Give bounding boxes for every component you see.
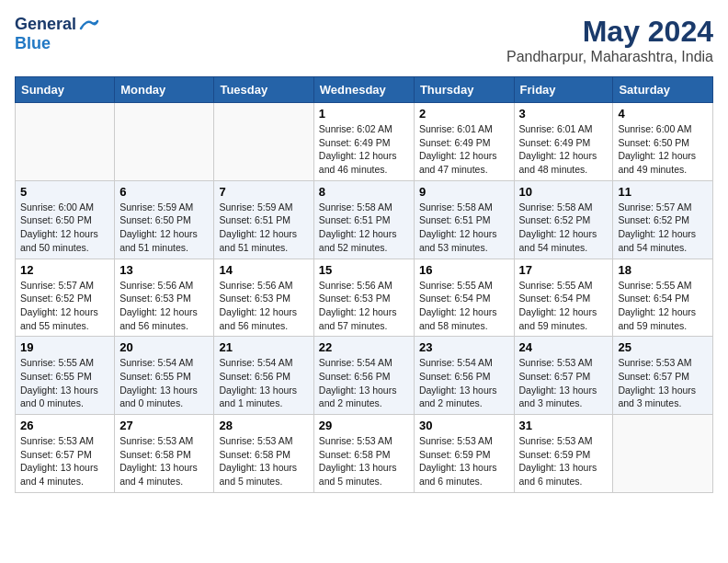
calendar-week-row: 1Sunrise: 6:02 AM Sunset: 6:49 PM Daylig…: [16, 103, 713, 181]
day-info: Sunrise: 5:57 AM Sunset: 6:52 PM Dayligh…: [20, 279, 109, 333]
day-number: 3: [519, 107, 609, 121]
day-number: 18: [618, 263, 708, 277]
calendar-cell: 29Sunrise: 5:53 AM Sunset: 6:58 PM Dayli…: [313, 415, 414, 493]
calendar-table: SundayMondayTuesdayWednesdayThursdayFrid…: [15, 76, 713, 493]
calendar-cell: [115, 103, 214, 181]
calendar-cell: 11Sunrise: 5:57 AM Sunset: 6:52 PM Dayli…: [613, 180, 713, 259]
day-info: Sunrise: 5:58 AM Sunset: 6:51 PM Dayligh…: [419, 201, 509, 255]
weekday-header-monday: Monday: [115, 77, 214, 103]
day-number: 27: [119, 419, 209, 432]
calendar-cell: 4Sunrise: 6:00 AM Sunset: 6:50 PM Daylig…: [613, 103, 713, 181]
day-info: Sunrise: 6:00 AM Sunset: 6:50 PM Dayligh…: [20, 201, 109, 255]
day-info: Sunrise: 5:53 AM Sunset: 6:58 PM Dayligh…: [219, 434, 308, 488]
weekday-header-row: SundayMondayTuesdayWednesdayThursdayFrid…: [16, 77, 713, 103]
day-number: 17: [519, 263, 609, 277]
day-info: Sunrise: 5:56 AM Sunset: 6:53 PM Dayligh…: [219, 279, 308, 333]
day-number: 20: [119, 340, 209, 354]
page-header: General Blue May 2024 Pandharpur, Mahara…: [15, 15, 713, 65]
day-number: 11: [618, 185, 708, 199]
calendar-cell: 16Sunrise: 5:55 AM Sunset: 6:54 PM Dayli…: [414, 259, 514, 337]
day-number: 2: [419, 107, 509, 121]
day-info: Sunrise: 5:54 AM Sunset: 6:55 PM Dayligh…: [119, 356, 209, 410]
calendar-cell: 19Sunrise: 5:55 AM Sunset: 6:55 PM Dayli…: [16, 337, 115, 415]
day-number: 13: [119, 263, 209, 277]
calendar-cell: 13Sunrise: 5:56 AM Sunset: 6:53 PM Dayli…: [115, 259, 214, 337]
day-info: Sunrise: 5:54 AM Sunset: 6:56 PM Dayligh…: [319, 356, 409, 410]
day-number: 4: [618, 107, 708, 121]
day-info: Sunrise: 5:53 AM Sunset: 6:58 PM Dayligh…: [119, 434, 209, 488]
logo-bird-icon: [79, 17, 99, 32]
weekday-header-thursday: Thursday: [414, 77, 514, 103]
day-info: Sunrise: 5:53 AM Sunset: 6:59 PM Dayligh…: [419, 434, 509, 488]
day-number: 24: [519, 340, 609, 354]
day-info: Sunrise: 5:53 AM Sunset: 6:58 PM Dayligh…: [319, 434, 409, 488]
weekday-header-friday: Friday: [514, 77, 613, 103]
day-number: 9: [419, 185, 509, 199]
calendar-cell: 27Sunrise: 5:53 AM Sunset: 6:58 PM Dayli…: [115, 415, 214, 493]
logo-blue-text: Blue: [15, 34, 51, 52]
day-info: Sunrise: 6:01 AM Sunset: 6:49 PM Dayligh…: [519, 122, 609, 177]
calendar-cell: [613, 415, 713, 493]
calendar-cell: 18Sunrise: 5:55 AM Sunset: 6:54 PM Dayli…: [613, 259, 713, 337]
day-info: Sunrise: 5:56 AM Sunset: 6:53 PM Dayligh…: [119, 279, 209, 333]
day-info: Sunrise: 5:59 AM Sunset: 6:51 PM Dayligh…: [219, 201, 308, 255]
day-info: Sunrise: 5:55 AM Sunset: 6:54 PM Dayligh…: [618, 279, 708, 333]
day-info: Sunrise: 5:55 AM Sunset: 6:55 PM Dayligh…: [20, 356, 109, 410]
day-number: 26: [20, 419, 109, 432]
day-info: Sunrise: 5:57 AM Sunset: 6:52 PM Dayligh…: [618, 201, 708, 255]
calendar-cell: 7Sunrise: 5:59 AM Sunset: 6:51 PM Daylig…: [214, 180, 313, 259]
calendar-cell: 22Sunrise: 5:54 AM Sunset: 6:56 PM Dayli…: [313, 337, 414, 415]
day-number: 8: [319, 185, 409, 199]
day-info: Sunrise: 5:55 AM Sunset: 6:54 PM Dayligh…: [419, 279, 509, 333]
calendar-cell: [16, 103, 115, 181]
day-info: Sunrise: 5:53 AM Sunset: 6:57 PM Dayligh…: [20, 434, 109, 488]
day-number: 16: [419, 263, 509, 277]
calendar-week-row: 5Sunrise: 6:00 AM Sunset: 6:50 PM Daylig…: [16, 180, 713, 259]
calendar-cell: 28Sunrise: 5:53 AM Sunset: 6:58 PM Dayli…: [214, 415, 313, 493]
calendar-cell: 24Sunrise: 5:53 AM Sunset: 6:57 PM Dayli…: [514, 337, 613, 415]
day-info: Sunrise: 5:53 AM Sunset: 6:59 PM Dayligh…: [519, 434, 609, 488]
day-number: 23: [419, 340, 509, 354]
day-info: Sunrise: 5:54 AM Sunset: 6:56 PM Dayligh…: [219, 356, 308, 410]
day-number: 5: [20, 185, 109, 199]
calendar-cell: 23Sunrise: 5:54 AM Sunset: 6:56 PM Dayli…: [414, 337, 514, 415]
weekday-header-sunday: Sunday: [16, 77, 115, 103]
day-info: Sunrise: 5:56 AM Sunset: 6:53 PM Dayligh…: [319, 279, 409, 333]
calendar-cell: 3Sunrise: 6:01 AM Sunset: 6:49 PM Daylig…: [514, 103, 613, 181]
day-number: 25: [618, 340, 708, 354]
day-number: 31: [519, 419, 609, 432]
calendar-cell: 30Sunrise: 5:53 AM Sunset: 6:59 PM Dayli…: [414, 415, 514, 493]
calendar-week-row: 26Sunrise: 5:53 AM Sunset: 6:57 PM Dayli…: [16, 415, 713, 493]
day-info: Sunrise: 6:02 AM Sunset: 6:49 PM Dayligh…: [319, 122, 409, 177]
title-block: May 2024 Pandharpur, Maharashtra, India: [506, 15, 713, 65]
day-number: 22: [319, 340, 409, 354]
day-number: 30: [419, 419, 509, 432]
calendar-cell: 5Sunrise: 6:00 AM Sunset: 6:50 PM Daylig…: [16, 180, 115, 259]
weekday-header-saturday: Saturday: [613, 77, 713, 103]
calendar-subtitle: Pandharpur, Maharashtra, India: [506, 49, 713, 65]
day-number: 19: [20, 340, 109, 354]
calendar-cell: 14Sunrise: 5:56 AM Sunset: 6:53 PM Dayli…: [214, 259, 313, 337]
logo-general-text: General: [15, 15, 76, 34]
day-number: 12: [20, 263, 109, 277]
day-info: Sunrise: 5:55 AM Sunset: 6:54 PM Dayligh…: [519, 279, 609, 333]
calendar-cell: 17Sunrise: 5:55 AM Sunset: 6:54 PM Dayli…: [514, 259, 613, 337]
calendar-cell: 21Sunrise: 5:54 AM Sunset: 6:56 PM Dayli…: [214, 337, 313, 415]
calendar-cell: 9Sunrise: 5:58 AM Sunset: 6:51 PM Daylig…: [414, 180, 514, 259]
calendar-cell: 20Sunrise: 5:54 AM Sunset: 6:55 PM Dayli…: [115, 337, 214, 415]
calendar-cell: 2Sunrise: 6:01 AM Sunset: 6:49 PM Daylig…: [414, 103, 514, 181]
weekday-header-tuesday: Tuesday: [214, 77, 313, 103]
day-info: Sunrise: 5:53 AM Sunset: 6:57 PM Dayligh…: [519, 356, 609, 410]
day-number: 14: [219, 263, 308, 277]
day-number: 10: [519, 185, 609, 199]
calendar-cell: 1Sunrise: 6:02 AM Sunset: 6:49 PM Daylig…: [313, 103, 414, 181]
weekday-header-wednesday: Wednesday: [313, 77, 414, 103]
calendar-cell: 10Sunrise: 5:58 AM Sunset: 6:52 PM Dayli…: [514, 180, 613, 259]
day-info: Sunrise: 5:53 AM Sunset: 6:57 PM Dayligh…: [618, 356, 708, 410]
calendar-cell: 6Sunrise: 5:59 AM Sunset: 6:50 PM Daylig…: [115, 180, 214, 259]
day-info: Sunrise: 5:58 AM Sunset: 6:51 PM Dayligh…: [319, 201, 409, 255]
day-info: Sunrise: 5:58 AM Sunset: 6:52 PM Dayligh…: [519, 201, 609, 255]
calendar-cell: 15Sunrise: 5:56 AM Sunset: 6:53 PM Dayli…: [313, 259, 414, 337]
calendar-cell: 26Sunrise: 5:53 AM Sunset: 6:57 PM Dayli…: [16, 415, 115, 493]
calendar-week-row: 12Sunrise: 5:57 AM Sunset: 6:52 PM Dayli…: [16, 259, 713, 337]
